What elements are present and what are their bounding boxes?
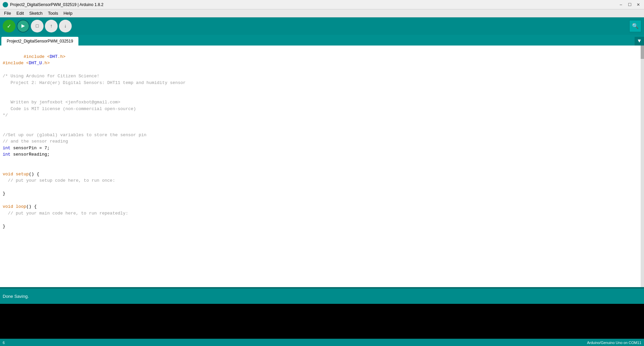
scrollbar[interactable] — [641, 46, 644, 287]
new-button[interactable]: □ — [31, 20, 44, 32]
app-icon — [3, 2, 8, 7]
tab-bar: Project2_DigitalSensorPWM_032519 ▼ — [0, 35, 644, 46]
save-button[interactable]: ↓ — [59, 20, 72, 32]
maximize-button[interactable]: ☐ — [627, 2, 633, 8]
menu-bar: File Edit Sketch Tools Help — [0, 9, 644, 17]
scroll-thumb[interactable] — [641, 46, 644, 59]
menu-sketch[interactable]: Sketch — [26, 10, 45, 16]
menu-file[interactable]: File — [1, 10, 14, 16]
open-button[interactable]: ↑ — [45, 20, 58, 32]
tab-project[interactable]: Project2_DigitalSensorPWM_032519 — [1, 37, 78, 46]
window-title: Project2_DigitalSensorPWM_032519 | Ardui… — [10, 2, 618, 7]
status-message: Done Saving. — [3, 294, 29, 299]
menu-tools[interactable]: Tools — [45, 10, 61, 16]
editor-wrapper: #include <DHT.h> #include <DHT_U.h> /* U… — [0, 46, 644, 287]
menu-help[interactable]: Help — [61, 10, 75, 16]
console-area — [0, 304, 644, 339]
close-button[interactable]: ✕ — [635, 2, 641, 8]
toolbar: ✓ ► □ ↑ ↓ 🔍 — [0, 17, 644, 35]
bottom-status-bar: 6 Arduino/Genuino Uno on COM11 — [0, 339, 644, 346]
minimize-button[interactable]: – — [618, 2, 624, 8]
upload-button[interactable]: ► — [17, 20, 29, 32]
main-layout: #include <DHT.h> #include <DHT_U.h> /* U… — [0, 46, 644, 346]
verify-button[interactable]: ✓ — [3, 20, 15, 32]
status-bar: Done Saving. — [0, 288, 644, 304]
tab-dropdown[interactable]: ▼ — [635, 37, 644, 46]
search-button[interactable]: 🔍 — [629, 20, 641, 32]
code-editor[interactable]: #include <DHT.h> #include <DHT_U.h> /* U… — [0, 46, 641, 287]
title-bar: Project2_DigitalSensorPWM_032519 | Ardui… — [0, 0, 644, 9]
menu-edit[interactable]: Edit — [14, 10, 26, 16]
serial-port: 6 — [3, 341, 5, 345]
window-controls: – ☐ ✕ — [618, 2, 641, 8]
editor-scroll[interactable]: #include <DHT.h> #include <DHT_U.h> /* U… — [0, 46, 641, 287]
board-info: Arduino/Genuino Uno on COM11 — [587, 341, 641, 345]
